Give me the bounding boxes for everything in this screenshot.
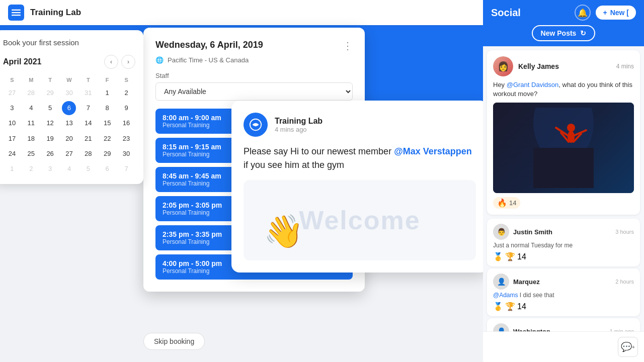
cal-day[interactable]: 5 [41, 101, 59, 115]
menu-icon[interactable] [8, 5, 24, 21]
cal-header-t2: T [79, 75, 97, 85]
cal-day[interactable]: 16 [117, 116, 135, 130]
washington-avatar: 👤 [493, 323, 509, 331]
gymnast-photo [493, 103, 634, 193]
cal-day[interactable]: 5 [79, 162, 97, 176]
washington-name: Washington [513, 328, 550, 331]
fire-icon: 🔥 [497, 198, 507, 208]
trophy-count: 14 [517, 252, 526, 261]
social-post-kelly: 👩 Kelly James 4 mins Hey @Grant Davidson… [487, 50, 640, 215]
cal-day[interactable]: 22 [98, 132, 116, 146]
cal-day[interactable]: 10 [3, 116, 21, 130]
cal-day[interactable]: 30 [117, 147, 135, 161]
skip-booking-button[interactable]: Skip booking [143, 333, 205, 350]
cal-day[interactable]: 8 [98, 101, 116, 115]
cal-header-m: M [22, 75, 40, 85]
app-title: Training Lab [30, 8, 81, 18]
cal-header-s2: S [117, 75, 135, 85]
cal-day[interactable]: 2 [22, 162, 40, 176]
new-post-button[interactable]: + New [ [596, 6, 636, 20]
cal-day[interactable]: 3 [41, 162, 59, 176]
post-text-after: if you see him at the gym [244, 160, 344, 170]
social-mini-post-washington: 👤 Washington 1 min ago and [487, 318, 640, 331]
plus-icon: + [603, 9, 607, 17]
calendar-prev-button[interactable]: ‹ [104, 55, 118, 69]
welcome-text: Welcome [299, 205, 420, 235]
trophy-icon: 🏆 [505, 252, 515, 261]
new-label: New [ [610, 9, 629, 17]
svg-rect-5 [533, 148, 594, 188]
svg-point-6 [567, 124, 575, 132]
cal-day[interactable]: 31 [79, 86, 97, 100]
cal-day[interactable]: 24 [3, 147, 21, 161]
cal-day[interactable]: 20 [60, 132, 78, 146]
svg-rect-1 [12, 12, 21, 13]
cal-day[interactable]: 12 [41, 116, 59, 130]
bell-button[interactable]: 🔔 [575, 5, 591, 21]
calendar-next-button[interactable]: › [121, 55, 135, 69]
svg-rect-0 [12, 10, 21, 11]
more-vertical-icon[interactable]: ⋮ [343, 40, 353, 52]
justin-text: Just a normal Tuesday for me [493, 242, 634, 249]
cal-day[interactable]: 29 [41, 86, 59, 100]
social-bottom-actions: 💬+ [483, 331, 644, 362]
cal-day[interactable]: 28 [79, 147, 97, 161]
kelly-avatar: 👩 [493, 56, 513, 76]
cal-day[interactable]: 6 [98, 162, 116, 176]
book-session-text: Book your first session [3, 38, 135, 47]
cal-day[interactable]: 2 [117, 86, 135, 100]
cal-day[interactable]: 18 [22, 132, 40, 146]
cal-day[interactable]: 4 [60, 162, 78, 176]
welcome-box: 👋 Welcome [244, 180, 476, 260]
cal-day[interactable]: 23 [117, 132, 135, 146]
staff-select[interactable]: Any Available [155, 82, 353, 101]
cal-day[interactable]: 7 [79, 101, 97, 115]
wave-emoji: 👋 [264, 213, 304, 250]
cal-day[interactable]: 25 [22, 147, 40, 161]
cal-day[interactable]: 15 [98, 116, 116, 130]
kelly-post-text: Hey @Grant Davidson, what do you think o… [493, 80, 634, 99]
cal-day[interactable]: 3 [3, 101, 21, 115]
cal-day[interactable]: 30 [60, 86, 78, 100]
smp-header-washington: 👤 Washington 1 min ago [493, 323, 634, 331]
cal-day[interactable]: 27 [60, 147, 78, 161]
fire-count: 14 [509, 199, 516, 207]
calendar-nav-group: ‹ › [104, 55, 135, 69]
cal-day[interactable]: 28 [22, 86, 40, 100]
kelly-name: Kelly James [518, 62, 559, 70]
cal-day[interactable]: 9 [117, 101, 135, 115]
cal-day-selected[interactable]: 6 [62, 101, 76, 115]
kelly-post-time: 4 mins [616, 63, 634, 70]
trophy-icon2: 🏆 [505, 302, 515, 311]
cal-day[interactable]: 13 [60, 116, 78, 130]
training-post-card: Training Lab 4 mins ago Please say Hi to… [231, 101, 488, 273]
cal-day[interactable]: 4 [22, 101, 40, 115]
cal-day[interactable]: 1 [98, 86, 116, 100]
cal-day[interactable]: 17 [3, 132, 21, 146]
cal-day[interactable]: 7 [117, 162, 135, 176]
cal-day[interactable]: 19 [41, 132, 59, 146]
social-mini-post-justin: 👨 Justin Smith 3 hours Just a normal Tue… [487, 219, 640, 266]
grant-mention[interactable]: @Grant Davidson [507, 81, 559, 88]
post-mention[interactable]: @Max Verstappen [394, 146, 472, 156]
calendar-card: Book your first session April 2021 ‹ › S… [0, 30, 143, 184]
smp-header-marquez: 👤 Marquez 2 hours [493, 274, 634, 290]
post-text-before: Please say Hi to our newest member [244, 146, 394, 156]
adams-mention[interactable]: @Adams [493, 292, 518, 299]
cal-day[interactable]: 26 [41, 147, 59, 161]
cal-day[interactable]: 1 [3, 162, 21, 176]
cal-header-w: W [60, 75, 78, 85]
booking-date: Wednesday, 6 April, 2019 [155, 40, 353, 50]
cal-day[interactable]: 21 [79, 132, 97, 146]
cal-day[interactable]: 11 [22, 116, 40, 130]
globe-icon: 🌐 [155, 56, 164, 64]
medal-icon2: 🥇 [493, 302, 503, 311]
medal-icon: 🥇 [493, 252, 503, 261]
cal-day[interactable]: 29 [98, 147, 116, 161]
calendar-month-header: April 2021 ‹ › [3, 55, 135, 69]
new-posts-button[interactable]: New Posts ↻ [532, 25, 596, 41]
cal-day[interactable]: 27 [3, 86, 21, 100]
compose-button[interactable]: 💬+ [618, 337, 638, 357]
calendar-month-title: April 2021 [3, 57, 41, 66]
cal-day[interactable]: 14 [79, 116, 97, 130]
